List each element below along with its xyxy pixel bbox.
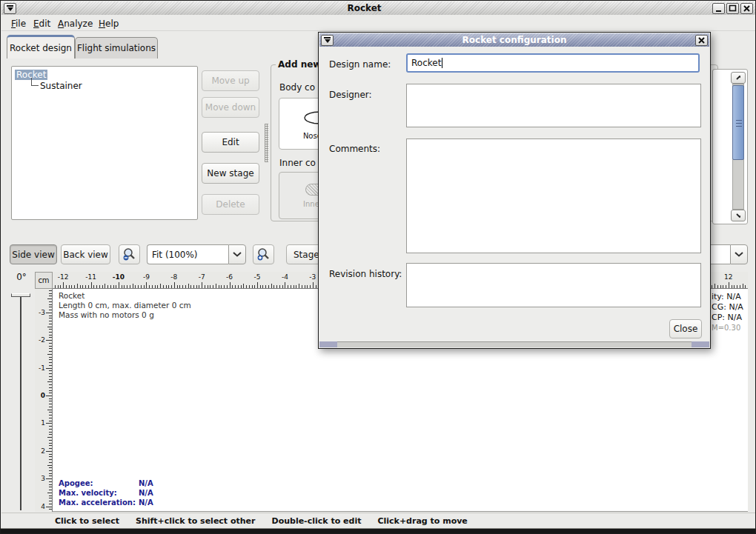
edit-button[interactable]: Edit [202,132,259,153]
h-ruler-label: -5 [254,273,261,281]
stat-label: Apogee: [59,478,139,488]
rocket-configuration-dialog: Rocket configuration Design name: Rocket… [318,32,711,349]
zoom-combo-arrow[interactable] [228,244,246,264]
v-ruler-label: 0 [41,392,45,399]
v-ruler-label: -2 [39,336,45,344]
text-caret [442,58,442,68]
scroll-up-button[interactable] [731,72,746,84]
chevron-down-icon [736,213,740,218]
v-ruler-label: -3 [39,309,45,316]
window-bottom-edge[interactable] [1,528,756,534]
h-ruler-label: 12 [724,273,732,281]
dialog-menu-button[interactable] [321,35,334,46]
v-ruler-label: 1 [41,419,45,427]
stability-readout: ity: N/A CG: N/A CP: N/A M=0.30 [712,292,743,333]
component-tree[interactable]: Rocket Sustainer [11,66,198,220]
tab-flight-simulations[interactable]: Flight simulations [75,37,158,59]
main-window: Rocket File Edit Analyze Help Rocket des… [0,0,756,534]
rotation-slider-track[interactable] [20,297,21,510]
tab-rocket-design[interactable]: Rocket design [7,35,75,59]
window-menu-icon [7,5,13,11]
delete-button[interactable]: Delete [202,194,259,215]
stat-value: N/A [139,478,153,488]
scroll-down-button[interactable] [731,210,746,221]
menu-edit[interactable]: Edit [30,17,53,30]
comments-input[interactable] [406,138,701,253]
secondary-combo-arrow[interactable] [730,244,748,264]
vertical-ruler: -3-2-101234 [35,289,53,512]
menu-bar: File Edit Analyze Help [1,15,755,31]
zoom-out-icon [122,247,136,261]
minimize-icon [714,4,723,13]
dialog-title-bar[interactable]: Rocket configuration [319,33,709,47]
inner-components-label: Inner co [279,158,318,168]
close-icon [743,4,751,13]
move-up-button[interactable]: Move up [202,70,259,91]
move-down-button[interactable]: Move down [202,97,259,118]
hint-double-click: Double-click to edit [272,516,362,526]
status-bar: Click to select Shift+click to select ot… [1,513,755,528]
h-ruler-label: -3 [309,273,316,281]
stat-value: N/A [139,498,153,507]
h-ruler-label: -10 [113,273,125,281]
new-stage-button[interactable]: New stage [202,163,259,184]
dialog-menu-icon [324,37,331,43]
hint-click-select: Click to select [55,516,119,526]
chevron-down-icon [233,252,242,257]
zoom-level-combo[interactable]: Fit (100%) [147,244,246,264]
close-button[interactable] [740,3,753,14]
rotation-value: 0° [11,272,32,282]
hint-click-drag: Click+drag to move [377,516,467,526]
chevron-up-icon [736,76,740,80]
h-ruler-label: -12 [58,273,69,281]
window-title: Rocket [17,3,712,13]
scrollbar-thumb[interactable] [732,85,744,160]
zoom-out-button[interactable] [119,244,140,264]
body-components-label: Body co [279,82,318,93]
dialog-close-button[interactable] [695,35,708,46]
h-ruler-label: -7 [199,273,205,281]
side-view-button[interactable]: Side view [10,244,57,264]
revision-history-input[interactable] [406,263,701,307]
maximize-icon [729,4,737,13]
flight-stats: Apogee:N/A Max. velocity:N/A Max. accele… [59,478,153,507]
dialog-title: Rocket configuration [334,35,694,45]
zoom-in-icon [256,247,271,261]
v-ruler-label: 4 [41,503,45,510]
dialog-resize-corner-left[interactable] [319,341,337,347]
stat-value: N/A [139,488,153,498]
menu-help[interactable]: Help [96,17,122,30]
comments-label: Comments: [329,144,380,154]
window-menu-button[interactable] [4,3,16,14]
hint-shift-click: Shift+click to select other [136,516,256,526]
design-name-label: Design name: [329,59,391,70]
minimize-button[interactable] [712,3,725,14]
back-view-button[interactable]: Back view [61,244,110,264]
title-bar[interactable]: Rocket [1,1,755,15]
splitter-grip[interactable] [265,124,268,162]
mach-readout: M=0.30 [712,323,743,333]
dialog-close-action-button[interactable]: Close [669,319,702,338]
stat-label: Max. velocity: [59,488,139,498]
zoom-level-value: Fit (100%) [147,244,228,264]
maximize-button[interactable] [726,3,739,14]
chevron-down-icon [735,252,743,257]
zoom-in-button[interactable] [253,244,274,264]
menu-file[interactable]: File [8,17,29,30]
designer-input[interactable] [406,84,701,127]
design-name-input[interactable]: Rocket [406,53,700,73]
rocket-info-text: Rocket Length 0 cm, max. diameter 0 cm M… [59,291,191,320]
h-ruler-label: -11 [85,273,96,281]
tree-elbow-line [31,78,39,86]
v-ruler-label: -1 [39,364,45,372]
v-ruler-label: 3 [41,475,45,482]
tree-item-sustainer[interactable]: Sustainer [31,81,197,91]
dialog-resize-bar[interactable] [319,341,709,347]
dialog-resize-corner-right[interactable] [692,341,709,347]
menu-analyze[interactable]: Analyze [55,17,96,30]
h-ruler-label: -6 [226,273,233,281]
h-ruler-label: -4 [282,273,288,281]
ruler-unit-label: cm [35,272,53,289]
stat-label: Max. acceleration: [59,498,139,507]
v-ruler-label: 2 [41,447,45,455]
